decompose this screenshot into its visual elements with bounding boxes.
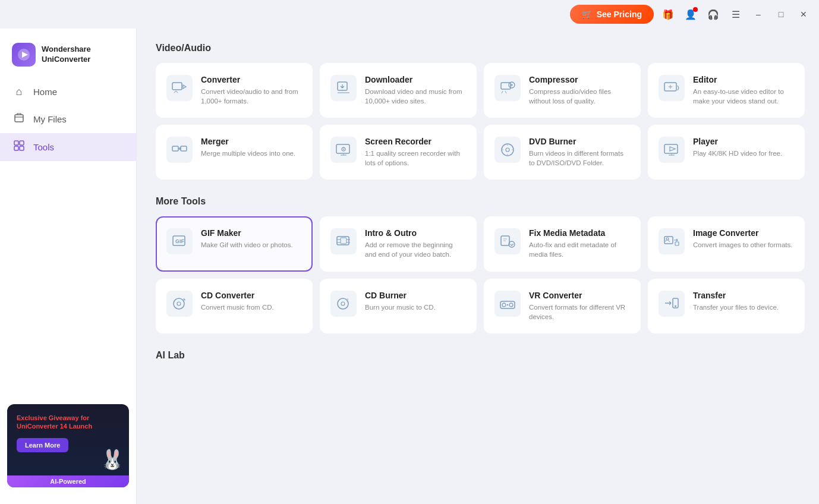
tool-card-converter[interactable]: Converter Convert video/audio to and fro… <box>156 63 313 118</box>
gif-maker-name: GIF Maker <box>201 228 293 238</box>
tool-card-transfer[interactable]: Transfer Transfer your files to device. <box>648 279 805 333</box>
fix-media-metadata-icon <box>494 228 521 254</box>
svg-point-36 <box>509 303 513 307</box>
tool-card-screen-recorder[interactable]: Screen Recorder 1:1 quality screen recor… <box>320 125 477 179</box>
svg-rect-12 <box>172 146 178 151</box>
screen-recorder-desc: 1:1 quality screen recorder with lots of… <box>365 149 466 168</box>
player-desc: Play 4K/8K HD video for free. <box>693 149 782 158</box>
converter-desc: Convert video/audio to and from 1,000+ f… <box>201 87 302 106</box>
svg-rect-2 <box>15 115 23 122</box>
downloader-desc: Download video and music from 10,000+ vi… <box>365 87 466 106</box>
see-pricing-label: See Pricing <box>597 10 642 19</box>
dvd-burner-name: DVD Burner <box>529 137 630 146</box>
downloader-icon <box>330 75 357 101</box>
fix-media-metadata-name: Fix Media Metadata <box>529 228 630 238</box>
section-title-ai-lab: AI Lab <box>156 350 805 361</box>
app-body: WondershareUniConverter ⌂ Home My Files <box>0 29 819 504</box>
main-content: Video/Audio Converter Convert video/audi… <box>137 29 819 504</box>
image-converter-icon <box>659 228 685 254</box>
maximize-button[interactable]: □ <box>773 6 789 23</box>
learn-more-button[interactable]: Learn More <box>17 438 68 452</box>
image-converter-name: Image Converter <box>693 228 792 238</box>
vr-converter-desc: Convert formats for different VR devices… <box>529 303 630 322</box>
cd-converter-icon <box>166 291 193 317</box>
gif-maker-icon: GIF <box>166 228 193 254</box>
cd-converter-desc: Convert music from CD. <box>201 303 274 312</box>
tool-card-merger[interactable]: Merger Merge multiple videos into one. <box>156 125 313 179</box>
tool-card-vr-converter[interactable]: VR Converter Convert formats for differe… <box>484 279 641 333</box>
sidebar-item-label-home: Home <box>33 87 57 97</box>
headphone-icon[interactable]: 🎧 <box>705 6 722 23</box>
section-ai-lab: AI Lab <box>156 350 805 361</box>
svg-rect-3 <box>14 141 18 145</box>
tool-card-downloader[interactable]: Downloader Download video and music from… <box>320 63 477 118</box>
dvd-burner-icon <box>494 137 521 163</box>
tool-card-fix-media-metadata[interactable]: Fix Media Metadata Auto-fix and edit met… <box>484 216 641 271</box>
section-more-tools: More Tools GIF GIF Maker Make Gif with v… <box>156 196 805 333</box>
minimize-button[interactable]: – <box>750 6 767 23</box>
sidebar: WondershareUniConverter ⌂ Home My Files <box>0 29 137 504</box>
promo-banner: Exclusive Giveaway forUniConverter 14 La… <box>7 404 129 487</box>
vr-converter-icon <box>494 291 521 317</box>
video-audio-grid: Converter Convert video/audio to and fro… <box>156 63 805 179</box>
intro-outro-icon <box>330 228 357 254</box>
close-button[interactable]: ✕ <box>795 6 812 23</box>
sidebar-item-label-my-files: My Files <box>33 114 67 124</box>
user-icon[interactable]: 👤 <box>682 6 699 23</box>
notification-badge <box>693 7 698 12</box>
dvd-burner-desc: Burn videos in different formats to DVD/… <box>529 149 630 168</box>
svg-rect-29 <box>675 242 679 245</box>
brand-icon <box>12 43 36 67</box>
brand-name: WondershareUniConverter <box>42 45 91 65</box>
svg-rect-13 <box>181 146 187 151</box>
intro-outro-name: Intro & Outro <box>365 228 466 238</box>
gift-icon[interactable]: 🎁 <box>660 6 676 23</box>
player-icon <box>659 137 685 163</box>
tool-card-gif-maker[interactable]: GIF GIF Maker Make Gif with video or pho… <box>156 216 313 271</box>
transfer-icon <box>659 291 685 317</box>
sidebar-item-label-tools: Tools <box>33 142 54 152</box>
svg-rect-14 <box>336 144 349 153</box>
menu-icon[interactable]: ☰ <box>727 6 744 23</box>
ai-powered-badge: AI-Powered <box>7 475 129 487</box>
section-video-audio: Video/Audio Converter Convert video/audi… <box>156 43 805 179</box>
svg-point-35 <box>502 303 506 307</box>
home-icon: ⌂ <box>12 86 26 98</box>
transfer-desc: Transfer your files to device. <box>693 303 779 312</box>
cart-icon: 🛒 <box>582 10 592 19</box>
cd-converter-name: CD Converter <box>201 291 274 300</box>
converter-icon <box>166 75 193 101</box>
svg-rect-4 <box>20 141 24 145</box>
tool-card-player[interactable]: Player Play 4K/8K HD video for free. <box>648 125 805 179</box>
svg-point-30 <box>174 298 184 309</box>
titlebar: 🛒 See Pricing 🎁 👤 🎧 ☰ – □ ✕ <box>0 0 819 29</box>
sidebar-item-home[interactable]: ⌂ Home <box>0 78 136 105</box>
svg-rect-5 <box>14 146 18 150</box>
screen-recorder-icon <box>330 137 357 163</box>
player-name: Player <box>693 137 782 146</box>
svg-marker-20 <box>670 147 675 151</box>
promo-decoration: 🐰 <box>100 448 124 471</box>
downloader-name: Downloader <box>365 75 466 84</box>
intro-outro-desc: Add or remove the beginning and end of y… <box>365 240 466 259</box>
tool-card-image-converter[interactable]: Image Converter Convert images to other … <box>648 216 805 271</box>
tool-card-dvd-burner[interactable]: DVD Burner Burn videos in different form… <box>484 125 641 179</box>
tool-card-intro-outro[interactable]: Intro & Outro Add or remove the beginnin… <box>320 216 477 271</box>
section-title-video-audio: Video/Audio <box>156 43 805 53</box>
tool-card-compressor[interactable]: Compressor Compress audio/video files wi… <box>484 63 641 118</box>
tool-card-cd-burner[interactable]: CD Burner Burn your music to CD. <box>320 279 477 333</box>
svg-point-33 <box>341 302 345 305</box>
cd-burner-icon <box>330 291 357 317</box>
gif-maker-desc: Make Gif with video or photos. <box>201 240 293 250</box>
editor-desc: An easy-to-use video editor to make your… <box>693 87 794 106</box>
tool-card-cd-converter[interactable]: CD Converter Convert music from CD. <box>156 279 313 333</box>
files-icon <box>12 112 26 126</box>
svg-rect-24 <box>341 238 346 244</box>
see-pricing-button[interactable]: 🛒 See Pricing <box>570 5 654 24</box>
editor-name: Editor <box>693 75 794 84</box>
sidebar-item-tools[interactable]: Tools <box>0 133 136 161</box>
compressor-name: Compressor <box>529 75 630 84</box>
tool-card-editor[interactable]: Editor An easy-to-use video editor to ma… <box>648 63 805 118</box>
more-tools-grid: GIF GIF Maker Make Gif with video or pho… <box>156 216 805 333</box>
sidebar-item-my-files[interactable]: My Files <box>0 105 136 133</box>
